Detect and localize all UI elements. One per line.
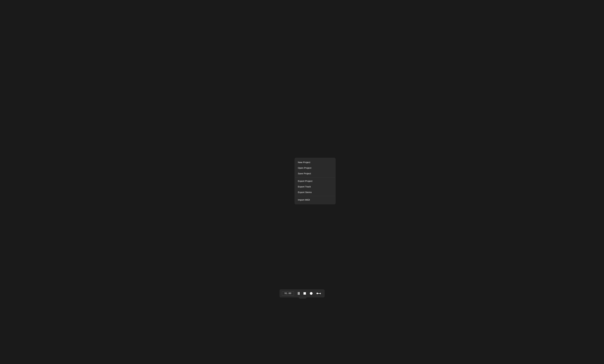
record-icon <box>310 292 313 295</box>
menu-item-new-project[interactable]: New Project <box>295 159 335 165</box>
transport-wrapper: 91.00 <box>298 292 306 299</box>
stop-icon <box>303 292 306 295</box>
menu-item-export-stems[interactable]: Export Stems <box>295 189 335 195</box>
menu-section-import: Import MIDI <box>295 196 335 203</box>
context-menu: New Project Open Project Save Project Ex… <box>295 158 335 204</box>
page-container: New Project Open Project Save Project Ex… <box>0 0 604 364</box>
pause-icon <box>298 292 300 295</box>
transport-bar: 91.00 <box>280 290 325 297</box>
record-button[interactable] <box>309 291 313 295</box>
menu-section-project: New Project Open Project Save Project <box>295 159 335 177</box>
pause-button[interactable] <box>297 291 300 295</box>
menu-item-export-track[interactable]: Export Track <box>295 184 335 189</box>
stop-button[interactable] <box>303 291 307 295</box>
menu-item-save-project[interactable]: Save Project <box>295 171 335 176</box>
menu-section-export: Export Project Export Track Export Stems <box>295 177 335 196</box>
menu-item-export-project[interactable]: Export Project <box>295 178 335 184</box>
automation-icon <box>316 293 321 294</box>
tempo-display[interactable]: 91.00 <box>282 291 294 295</box>
menu-item-open-project[interactable]: Open Project <box>295 165 335 171</box>
transport-controls <box>295 291 324 295</box>
menu-item-import-midi[interactable]: Import MIDI <box>295 197 335 203</box>
automation-button[interactable] <box>316 292 321 295</box>
